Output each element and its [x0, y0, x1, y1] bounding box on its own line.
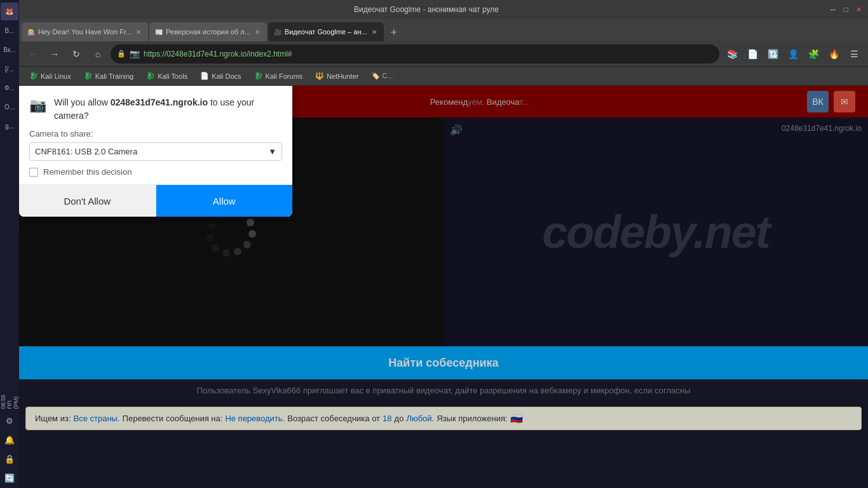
tab-3[interactable]: 🎥 Видеочат Googlme – ан... ✕: [268, 22, 384, 41]
tab-bar: 🎰 Hey Dear! You Have Won Fr... ✕ 📰 Ревер…: [19, 19, 868, 41]
popup-buttons: Don't Allow Allow: [19, 184, 292, 217]
title-bar: Видеочат Googlme - анонимная чат руле ─ …: [19, 0, 868, 19]
sidebar-icon-4[interactable]: [/...: [1, 60, 18, 78]
tab-2-title: Реверсная история об л...: [166, 28, 250, 36]
kali-linux-icon: 🐉: [29, 72, 38, 80]
sidebar-icon-2[interactable]: В...: [1, 22, 18, 39]
address-url: https://0248e31d7e41.ngrok.io/index2.htm…: [144, 50, 292, 58]
window-title: Видеочат Googlme - анонимная чат руле: [24, 5, 829, 14]
tab-3-title: Видеочат Googlme – ан...: [285, 28, 367, 36]
popup-camera-label: Camera to share:: [19, 129, 292, 142]
nav-bar: ← → ↻ ⌂ 🔒 📷 https://0248e31d7e41.ngrok.i…: [19, 41, 868, 67]
bookmark-kali-forums-label: Kali Forums: [266, 72, 303, 80]
camera-option: CNF8161: USB 2.0 Camera: [35, 147, 137, 156]
camera-permission-popup: 📷 Will you allow 0248e31d7e41.ngrok.io t…: [19, 86, 292, 217]
kali-docs-icon: 📄: [200, 72, 209, 80]
browser-window: Видеочат Googlme - анонимная чат руле ─ …: [19, 0, 868, 488]
popup-title: Will you allow 0248e31d7e41.ngrok.io to …: [54, 96, 282, 123]
popup-title-prefix: Will you allow: [54, 97, 111, 107]
popup-header: 📷 Will you allow 0248e31d7e41.ngrok.io t…: [19, 86, 292, 129]
reader-view-icon[interactable]: 📄: [743, 45, 761, 63]
bookmark-extra-label: 🏷️ C...: [371, 72, 393, 80]
sidebar-icon-time: 06:55ПП(PM): [1, 393, 18, 410]
remember-label: Remember this decision: [43, 167, 132, 177]
close-button[interactable]: ✕: [854, 5, 863, 14]
tab-1-favicon: 🎰: [27, 27, 36, 36]
tab-2-favicon: 📰: [154, 27, 163, 36]
tab-2[interactable]: 📰 Реверсная история об л... ✕: [149, 22, 267, 41]
sidebar-icon-7[interactable]: g...: [1, 117, 18, 135]
bookmark-kali-linux[interactable]: 🐉 Kali Linux: [24, 71, 76, 81]
synced-tabs-icon[interactable]: 🔃: [764, 45, 782, 63]
sidebar-icon-5[interactable]: Ф...: [1, 79, 18, 97]
home-button[interactable]: ⌂: [89, 45, 107, 63]
sidebar-icon-notif[interactable]: 🔔: [1, 431, 18, 449]
back-button[interactable]: ←: [24, 45, 42, 63]
bookmark-kali-tools-label: Kali Tools: [158, 72, 187, 80]
remember-decision-row: Remember this decision: [19, 167, 292, 184]
window-controls: ─ □ ✕: [829, 5, 863, 14]
maximize-button[interactable]: □: [841, 5, 850, 14]
tab-1[interactable]: 🎰 Hey Dear! You Have Won Fr... ✕: [22, 22, 148, 41]
bookmarks-icon[interactable]: 📚: [723, 45, 741, 63]
remember-checkbox[interactable]: [29, 168, 38, 177]
nav-right-controls: 📚 📄 🔃 👤 🧩 🔥 ☰: [723, 45, 863, 63]
tab-3-close[interactable]: ✕: [370, 27, 379, 36]
dropdown-arrow: ▼: [268, 147, 276, 156]
extensions-icon[interactable]: 🧩: [804, 45, 822, 63]
bookmark-nethunter-label: NetHunter: [327, 72, 358, 80]
tab-3-favicon: 🎥: [273, 27, 282, 36]
kali-tools-icon: 🐉: [146, 72, 155, 80]
page-content: Googlme Рекомендуем: Видеочат... ВК ✉: [19, 86, 868, 488]
address-bar[interactable]: 🔒 📷 https://0248e31d7e41.ngrok.io/index2…: [111, 44, 719, 64]
forward-button[interactable]: →: [46, 45, 64, 63]
sidebar-icon-6[interactable]: О...: [1, 98, 18, 116]
sidebar: 🦊 В... Вк... [/... Ф... О... g... 06:55П…: [0, 0, 19, 488]
reload-button[interactable]: ↻: [67, 45, 85, 63]
menu-button[interactable]: ☰: [845, 45, 863, 63]
sidebar-icon-browser[interactable]: 🦊: [1, 3, 18, 20]
sidebar-icon-3[interactable]: Вк...: [1, 41, 18, 58]
bookmark-kali-training[interactable]: 🐉 Kali Training: [79, 71, 139, 81]
bookmark-kali-linux-label: Kali Linux: [41, 72, 71, 80]
camera-indicator: 📷: [130, 49, 140, 58]
flame-icon[interactable]: 🔥: [825, 45, 843, 63]
security-icon: 🔒: [117, 50, 126, 58]
bookmarks-bar: 🐉 Kali Linux 🐉 Kali Training 🐉 Kali Tool…: [19, 67, 868, 86]
tab-1-title: Hey Dear! You Have Won Fr...: [38, 28, 132, 36]
bookmark-kali-training-label: Kali Training: [95, 72, 134, 80]
popup-domain: 0248e31d7e41.ngrok.io: [111, 97, 208, 107]
new-tab-button[interactable]: +: [385, 24, 403, 41]
bookmark-extra[interactable]: 🏷️ C...: [366, 71, 398, 81]
tab-1-close[interactable]: ✕: [134, 27, 143, 36]
sidebar-icon-refresh[interactable]: 🔄: [1, 469, 18, 487]
bookmark-nethunter[interactable]: 🔱 NetHunter: [310, 71, 363, 81]
bookmark-kali-docs[interactable]: 📄 Kali Docs: [195, 71, 246, 81]
minimize-button[interactable]: ─: [829, 5, 837, 14]
firefox-account-icon[interactable]: 👤: [784, 45, 802, 63]
bookmark-kali-docs-label: Kali Docs: [212, 72, 241, 80]
camera-select[interactable]: CNF8161: USB 2.0 Camera ▼: [29, 142, 282, 161]
bookmark-kali-tools[interactable]: 🐉 Kali Tools: [141, 71, 193, 81]
sidebar-icon-lock[interactable]: 🔒: [1, 450, 18, 468]
tab-2-close[interactable]: ✕: [253, 27, 262, 36]
camera-icon: 📷: [29, 97, 46, 114]
allow-button[interactable]: Allow: [156, 185, 293, 217]
kali-forums-icon: 🐉: [254, 72, 263, 80]
bookmark-kali-forums[interactable]: 🐉 Kali Forums: [249, 71, 308, 81]
kali-training-icon: 🐉: [84, 72, 93, 80]
sidebar-icon-settings[interactable]: ⚙: [1, 412, 18, 430]
nethunter-icon: 🔱: [315, 72, 324, 80]
dont-allow-button[interactable]: Don't Allow: [19, 185, 156, 217]
